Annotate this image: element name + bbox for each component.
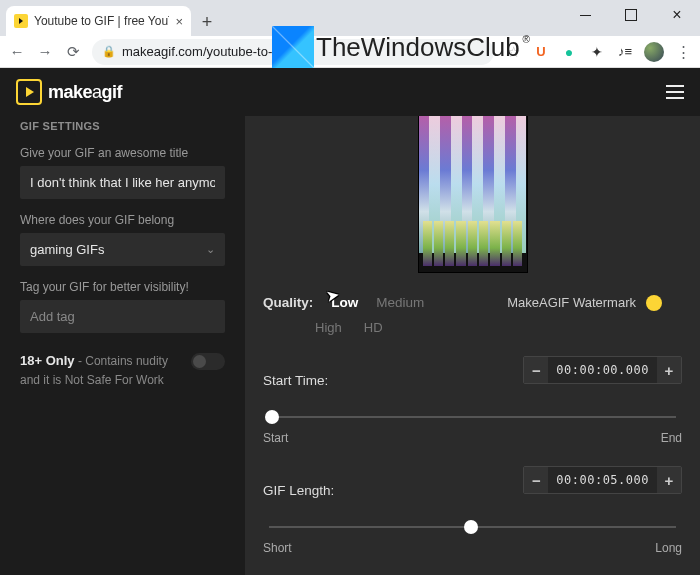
start-time-value[interactable]: 00:00:00.000 xyxy=(548,357,657,383)
nav-reload-icon[interactable]: ⟳ xyxy=(64,43,82,61)
length-plus-button[interactable]: + xyxy=(657,467,681,493)
sidebar-heading: GIF SETTINGS xyxy=(20,120,225,132)
extension-u-icon[interactable]: U xyxy=(532,43,550,61)
length-slider-right-label: Long xyxy=(655,541,682,555)
quality-high[interactable]: High xyxy=(315,320,342,335)
start-slider-thumb[interactable] xyxy=(265,410,279,424)
watermark-label: MakeAGIF Watermark xyxy=(507,295,636,310)
logo-play-icon xyxy=(16,79,42,105)
site-logo[interactable]: makeagif xyxy=(16,79,122,105)
overlay-logo-icon xyxy=(272,26,314,68)
length-minus-button[interactable]: − xyxy=(524,467,548,493)
extension-grammarly-icon[interactable]: ● xyxy=(560,43,578,61)
title-label: Give your GIF an awesome title xyxy=(20,146,225,160)
quality-low[interactable]: Low xyxy=(331,295,358,310)
nav-back-icon[interactable]: ← xyxy=(8,43,26,60)
brand-overlay: TheWindowsClub® xyxy=(272,26,520,68)
chrome-menu-icon[interactable]: ⋮ xyxy=(674,43,692,61)
gif-length-value[interactable]: 00:00:05.000 xyxy=(548,467,657,493)
profile-avatar[interactable] xyxy=(644,42,664,62)
gif-title-input[interactable] xyxy=(20,166,225,199)
extension-music-icon[interactable]: ♪≡ xyxy=(616,43,634,61)
category-select[interactable]: gaming GIFs ⌄ xyxy=(20,233,225,266)
gif-length-slider[interactable] xyxy=(263,520,682,531)
adult-only-option: 18+ Only - Contains nudity and it is Not… xyxy=(20,351,225,389)
window-maximize-button[interactable] xyxy=(608,0,654,30)
category-label: Where does your GIF belong xyxy=(20,213,225,227)
url-text: makeagif.com/youtube-to-gif xyxy=(122,44,286,59)
start-time-label: Start Time: xyxy=(263,373,328,388)
nav-forward-icon[interactable]: → xyxy=(36,43,54,60)
overlay-brand-text: TheWindowsClub® xyxy=(316,32,520,63)
tags-label: Tag your GIF for better visibility! xyxy=(20,280,225,294)
tab-favicon xyxy=(14,14,28,28)
logo-text: makeagif xyxy=(48,82,122,103)
lock-icon: 🔒 xyxy=(102,45,116,58)
chevron-down-icon: ⌄ xyxy=(206,243,215,256)
extensions-icon[interactable]: ✦ xyxy=(588,43,606,61)
gif-length-control: − 00:00:05.000 + xyxy=(523,466,682,494)
length-slider-left-label: Short xyxy=(263,541,292,555)
category-value: gaming GIFs xyxy=(30,242,104,257)
tab-title: Youtube to GIF | free YouTube to xyxy=(34,14,169,28)
window-close-button[interactable]: × xyxy=(654,0,700,30)
tags-input[interactable]: Add tag xyxy=(20,300,225,333)
new-tab-button[interactable]: + xyxy=(193,8,221,36)
start-time-plus-button[interactable]: + xyxy=(657,357,681,383)
tab-close-icon[interactable]: × xyxy=(175,14,183,29)
start-time-minus-button[interactable]: − xyxy=(524,357,548,383)
menu-hamburger-icon[interactable] xyxy=(666,85,684,99)
quality-hd[interactable]: HD xyxy=(364,320,383,335)
quality-medium[interactable]: Medium xyxy=(376,295,424,310)
video-preview xyxy=(418,116,528,273)
window-minimize-button[interactable] xyxy=(562,0,608,30)
start-slider-right-label: End xyxy=(661,431,682,445)
start-time-slider[interactable] xyxy=(263,410,682,421)
gif-length-label: GIF Length: xyxy=(263,483,334,498)
length-slider-thumb[interactable] xyxy=(464,520,478,534)
watermark-toggle[interactable] xyxy=(646,295,662,311)
quality-label: Quality: xyxy=(263,295,313,310)
adult-toggle[interactable] xyxy=(191,353,225,370)
start-slider-left-label: Start xyxy=(263,431,288,445)
start-time-control: − 00:00:00.000 + xyxy=(523,356,682,384)
browser-tab[interactable]: Youtube to GIF | free YouTube to × xyxy=(6,6,191,36)
